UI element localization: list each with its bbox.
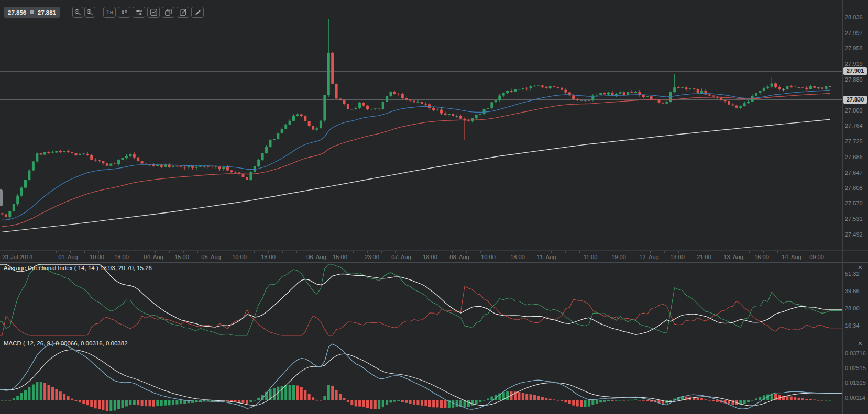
time-axis-label: 14. Aug — [782, 254, 801, 260]
time-axis-label: 04. Aug — [144, 254, 163, 260]
layers-icon — [165, 9, 172, 16]
time-axis-label: 07. Aug — [391, 254, 411, 260]
chart-window-button[interactable] — [147, 7, 160, 18]
time-axis-label: 08. Aug — [449, 254, 469, 260]
time-axis-label: 09:00 — [809, 254, 824, 260]
zoom-in-icon — [86, 9, 93, 16]
price-axis-label: 27.764 — [845, 122, 867, 129]
time-axis-label: 10:00 — [481, 254, 496, 260]
time-axis-label: 05. Aug — [201, 254, 221, 260]
adx-indicator-chart[interactable] — [0, 263, 842, 337]
adx-axis-label: 28.00 — [845, 305, 867, 311]
price-axis-label: 27.531 — [845, 216, 867, 222]
timeframe-unit: H — [110, 10, 113, 14]
adx-axis-label: 39.66 — [845, 288, 867, 294]
time-axis-label: 23:00 — [365, 254, 379, 260]
edit-note-icon — [180, 9, 186, 16]
macd-indicator-chart[interactable] — [0, 338, 842, 414]
draw-button[interactable] — [191, 7, 204, 18]
time-axis-label: 18:00 — [510, 254, 525, 260]
time-axis-label: 16:00 — [754, 254, 769, 260]
spread-icon — [30, 10, 34, 14]
macd-axis-label: 0.00114 — [845, 395, 867, 401]
macd-axis-label: 0.02515 — [845, 365, 867, 371]
price-line-label[interactable]: 27.901 — [843, 67, 867, 75]
time-axis-label: 13:00 — [670, 254, 685, 260]
time-axis-label: 15:00 — [174, 254, 189, 260]
sliders-icon — [136, 9, 142, 16]
price-axis-label: 27.919 — [845, 61, 867, 67]
price-axis-label: 27.958 — [845, 45, 867, 51]
bid-price: 27.856 — [8, 9, 26, 16]
price-axis-label: 27.997 — [845, 30, 867, 36]
time-axis-label: 10:00 — [90, 254, 104, 260]
main-candlestick-chart[interactable] — [0, 0, 842, 250]
chart-in-box-icon — [150, 9, 157, 16]
time-axis-label: 11:00 — [584, 254, 598, 260]
time-axis-label: 12. Aug — [639, 254, 658, 260]
timeframe-button[interactable]: 1H — [103, 7, 116, 18]
time-axis-label: 19:00 — [611, 254, 626, 260]
time-axis-label: 10:00 — [232, 254, 247, 260]
time-axis-label: 18:00 — [261, 254, 276, 260]
time-axis-label: 01. Aug — [58, 254, 78, 260]
time-axis-label: 15:00 — [333, 254, 347, 260]
time-axis-label: 18:00 — [114, 254, 129, 260]
adx-axis-label: 16.34 — [845, 322, 867, 329]
compose-button[interactable] — [177, 7, 189, 18]
trading-app-window: Average Directional Index ( 14, 14 ) 13.… — [0, 0, 868, 414]
time-axis-label: 11. Aug — [537, 254, 556, 260]
time-axis: 31 Jul 201401. Aug10:0018:0004. Aug15:00… — [0, 250, 868, 263]
time-axis-label: 31 Jul 2014 — [3, 254, 32, 260]
ask-price: 27.881 — [38, 9, 56, 16]
macd-close-button[interactable]: × — [856, 339, 864, 348]
macd-axis-label: 0.01315 — [845, 379, 867, 386]
price-axis-label: 27.492 — [845, 231, 867, 238]
zoom-out-icon — [74, 9, 81, 16]
sidebar-handle[interactable] — [0, 189, 3, 206]
indicators-button[interactable] — [133, 7, 145, 18]
chart-type-button[interactable] — [118, 7, 130, 18]
price-line-label[interactable]: 27.830 — [843, 96, 867, 104]
zoom-in-button[interactable] — [84, 7, 95, 18]
macd-panel-title: MACD ( 12, 26, 9 ) 0.00066, 0.00316, 0.0… — [4, 340, 128, 346]
bid-ask-widget[interactable]: 27.856 27.881 — [4, 7, 60, 18]
candlestick-icon — [121, 9, 128, 16]
price-axis-label: 27.608 — [845, 185, 867, 191]
price-axis-label: 27.725 — [845, 138, 867, 144]
time-axis-ticks — [0, 251, 842, 253]
adx-panel-title: Average Directional Index ( 14, 14 ) 13.… — [4, 265, 152, 271]
toolbar: 27.856 27.881 1H — [0, 0, 868, 23]
macd-axis-label: 0.03716 — [845, 350, 867, 356]
layers-button[interactable] — [162, 7, 174, 18]
timeframe-value: 1 — [106, 9, 109, 15]
adx-close-button[interactable]: × — [856, 263, 864, 272]
price-axis-label: 27.803 — [845, 107, 867, 114]
zoom-out-button[interactable] — [72, 7, 83, 18]
price-axis-label: 27.647 — [845, 170, 867, 176]
price-axis-label: 27.570 — [845, 200, 867, 206]
time-axis-label: 06. Aug — [306, 254, 326, 260]
time-axis-label: 13. Aug — [723, 254, 743, 260]
time-axis-label: 18:00 — [423, 254, 437, 260]
time-axis-label: 21:00 — [697, 254, 711, 260]
price-axis-label: 27.686 — [845, 154, 867, 160]
price-axis-label: 27.880 — [845, 76, 867, 83]
pencil-icon — [194, 9, 201, 16]
